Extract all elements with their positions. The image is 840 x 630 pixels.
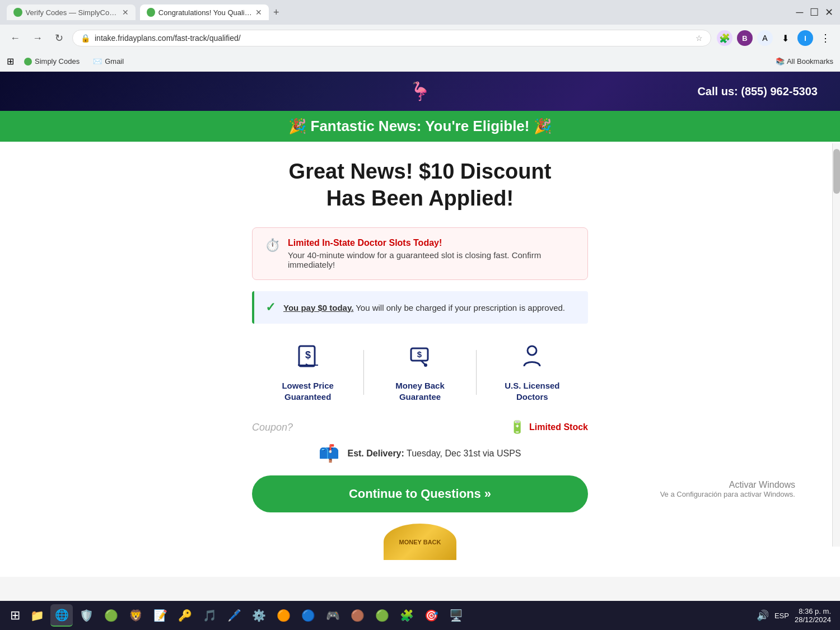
download-icon[interactable]: ⬇ [777,30,793,46]
cta-button[interactable]: Continue to Questions » [252,475,588,512]
alert-title: Limited In-State Doctor Slots Today! [288,238,575,248]
coupon-placeholder[interactable]: Coupon? [252,422,293,433]
coupon-row: Coupon? 🔋 Limited Stock [252,420,588,435]
taskbar-app-notes[interactable]: 📝 [149,604,171,627]
delivery-row: 📫 Est. Delivery: Tuesday, Dec 31st via U… [252,444,588,463]
scrollbar[interactable] [832,143,840,547]
taskbar-app-key[interactable]: 🔑 [174,604,196,627]
svg-text:$: $ [305,349,311,361]
tab2-label: Congratulations! You Qualifie… [158,8,252,17]
tab1-favicon [13,8,22,17]
tab1-close[interactable]: ✕ [122,8,129,17]
feature-money-back: $ Money BackGuarantee [364,337,475,408]
simply-codes-label: Simply Codes [35,57,80,66]
taskbar-time: 8:36 p. m. 28/12/2024 [795,607,831,624]
back-button[interactable]: ← [7,30,24,46]
headline-line2: Has Been Applied! [289,185,552,212]
window-controls: ─ ☐ ✕ [795,8,833,17]
reload-button[interactable]: ↻ [52,30,67,46]
gmail-icon: ✉️ [93,57,102,66]
browser-frame: Verify Codes — SimplyCodes ✕ Congratulat… [0,0,840,72]
scrollbar-thumb[interactable] [833,149,840,194]
svg-text:$: $ [417,349,422,359]
taskbar-app-shield[interactable]: 🛡️ [75,604,97,627]
taskbar-app-green2[interactable]: 🟢 [371,604,393,627]
taskbar-app-pen[interactable]: 🖊️ [223,604,245,627]
taskbar-date: 28/12/2024 [795,615,831,624]
tab2-favicon [147,8,155,17]
taskbar-app-monitor[interactable]: 🖥️ [445,604,467,627]
money-back-label: Money BackGuarantee [395,380,445,402]
taskbar-app-green[interactable]: 🟢 [100,604,122,627]
menu-icon[interactable]: ⋮ [818,30,833,46]
minimize-button[interactable]: ─ [795,8,804,17]
bookmark-simply-codes[interactable]: Simply Codes [21,55,83,67]
taskbar-app-game[interactable]: 🎮 [321,604,344,627]
info-box: ✓ You pay $0 today. You will only be cha… [252,291,588,324]
feature-lowest-price: $ Lowest PriceGuaranteed [252,337,363,408]
alert-body: Your 40-minute window for a guaranteed s… [288,250,575,269]
alert-icon: ⏱️ [265,238,280,253]
tab1-label: Verify Codes — SimplyCodes [26,8,119,17]
doctor-icon [519,343,545,375]
address-bar[interactable]: 🔒 intake.fridayplans.com/fast-track/qual… [72,30,711,46]
tab-1[interactable]: Verify Codes — SimplyCodes ✕ [7,4,136,20]
nav-icons: 🧩 B A ⬇ I ⋮ [717,30,833,46]
check-icon: ✓ [265,300,276,315]
translate-icon[interactable]: A [757,30,773,46]
taskbar-app-firefox[interactable]: 🦁 [124,604,147,627]
tab2-close[interactable]: ✕ [255,8,262,17]
profile-icon[interactable]: I [797,30,813,46]
headline-line1: Great News! $10 Discount [289,158,552,185]
apps-button[interactable]: ⊞ [7,56,14,67]
all-bookmarks-button[interactable]: 📚 All Bookmarks [776,57,833,66]
money-back-peek: MONEY BACK [11,524,829,560]
limited-stock: 🔋 Limited Stock [510,420,588,435]
maximize-button[interactable]: ☐ [810,8,819,17]
info-text-bold: You pay $0 today. [283,303,353,312]
info-text: You pay $0 today. You will only be charg… [283,303,565,312]
activate-subtitle: Ve a Configuración para activar Windows. [660,490,795,498]
browser-nav-bar: ← → ↻ 🔒 intake.fridayplans.com/fast-trac… [0,25,840,52]
activate-title: Activar Windows [660,480,795,490]
profile-b-icon[interactable]: B [737,30,753,46]
taskbar-apps: 📁 🌐 🛡️ 🟢 🦁 📝 🔑 🎵 🖊️ ⚙️ 🟠 🔵 🎮 🟤 🟢 🧩 🎯 🖥️ [26,604,757,627]
svg-point-5 [528,346,536,355]
taskbar-app-settings[interactable]: ⚙️ [248,604,270,627]
taskbar-app-orange[interactable]: 🟠 [272,604,295,627]
taskbar-app-explorer[interactable]: 📁 [26,604,48,627]
headline: Great News! $10 Discount Has Been Applie… [289,158,552,212]
taskbar-speaker[interactable]: 🔊 [757,609,769,622]
close-button[interactable]: ✕ [824,8,833,17]
browser-top-bar: Verify Codes — SimplyCodes ✕ Congratulat… [0,0,840,25]
bookmarks-bar: ⊞ Simply Codes ✉️ Gmail 📚 All Bookmarks [0,52,840,72]
features-row: $ Lowest PriceGuaranteed $ [252,337,588,408]
tab-2[interactable]: Congratulations! You Qualifie… ✕ [140,4,269,20]
start-button[interactable]: ⊞ [4,605,26,626]
lowest-price-icon: $ [295,343,321,375]
new-tab-button[interactable]: + [273,7,279,18]
taskbar-right: 🔊 ESP 8:36 p. m. 28/12/2024 [757,607,836,624]
limited-stock-text: Limited Stock [529,422,588,432]
taskbar-app-music[interactable]: 🎵 [198,604,221,627]
battery-icon: 🔋 [510,420,525,435]
money-back-icon: $ [407,343,433,375]
taskbar-clock: 8:36 p. m. [795,607,831,615]
taskbar-app-puzzle[interactable]: 🧩 [395,604,418,627]
money-back-badge: MONEY BACK [384,524,456,560]
green-banner: 🎉 Fantastic News: You're Eligible! 🎉 [0,111,840,142]
taskbar: ⊞ 📁 🌐 🛡️ 🟢 🦁 📝 🔑 🎵 🖊️ ⚙️ 🟠 🔵 🎮 🟤 🟢 🧩 🎯 🖥… [0,601,840,630]
extensions-icon[interactable]: 🧩 [717,30,732,46]
all-bookmarks-label: All Bookmarks [787,57,833,66]
info-text-rest: You will only be charged if your prescri… [356,303,565,312]
taskbar-app-chrome[interactable]: 🌐 [50,604,73,627]
taskbar-app-target[interactable]: 🎯 [420,604,442,627]
alert-box: ⏱️ Limited In-State Doctor Slots Today! … [252,227,588,280]
taskbar-app-brown[interactable]: 🟤 [346,604,368,627]
svg-point-4 [424,363,427,367]
star-icon[interactable]: ☆ [696,34,703,43]
forward-button[interactable]: → [29,30,46,46]
taskbar-app-blue[interactable]: 🔵 [297,604,319,627]
simply-codes-favicon [24,58,32,66]
bookmark-gmail[interactable]: ✉️ Gmail [90,55,127,67]
